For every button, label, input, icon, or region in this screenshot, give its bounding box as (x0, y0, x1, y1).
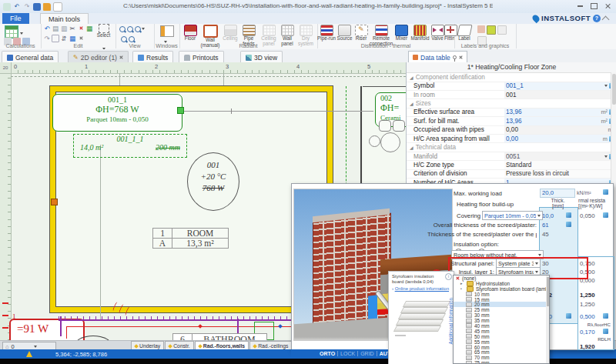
tab-3d-view[interactable]: 3D view (240, 51, 283, 63)
edit-icons-row1[interactable]: ↶ ▤ ▥ ✂ ▦ (43, 25, 93, 32)
open-icon[interactable] (43, 3, 51, 11)
redo-icon[interactable]: ↷ (23, 3, 31, 11)
hc-area-label[interactable]: 001_1_1 14,0 m² 200 mm (73, 134, 187, 158)
tab-main-tools[interactable]: Main tools (40, 13, 89, 25)
tree-item-size[interactable]: 30 mm (454, 312, 549, 318)
row-occupied[interactable]: Occupied area with pipes 0,00m² (407, 126, 616, 135)
row-bill-mat[interactable]: Surf. for bill mat. 13,96m² (407, 117, 616, 125)
windows-icon[interactable] (160, 25, 174, 37)
overall-thickness-value[interactable]: 61 (542, 222, 549, 229)
group-label-labels: Labels and graphics (454, 43, 516, 48)
new-file-icon[interactable] (53, 2, 62, 12)
row-in-room[interactable]: In room 001 (407, 91, 616, 99)
tree-item-size[interactable]: 45 mm (454, 329, 549, 334)
tree-item-size[interactable]: 10 mm (454, 292, 549, 297)
styrofoam-product-image (395, 299, 444, 339)
tree-item-size[interactable]: 20 mm (454, 302, 549, 307)
pin-icon[interactable] (453, 55, 457, 59)
undo-icon[interactable]: ↶ (13, 3, 21, 11)
plate-icon (466, 323, 472, 328)
tree-item-size[interactable]: 60 mm (454, 345, 549, 350)
radiator-label[interactable]: =91 W (9, 319, 85, 340)
collapse-ribbon-icon[interactable] (602, 15, 610, 23)
row-symbol[interactable]: Symbol 001_1 (407, 82, 616, 91)
close-button[interactable] (601, 0, 614, 12)
tab-2d-editor[interactable]: ✎ 2D editor (1) (68, 51, 129, 63)
tree-item-size[interactable]: 35 mm (454, 318, 549, 323)
tree-item-hydroinsulation[interactable]: ▸ Hydroinsulation (454, 281, 549, 286)
tree-item-size[interactable]: 25 mm (454, 307, 549, 312)
group-label-windows: Windows (154, 43, 179, 48)
warning-icon[interactable] (26, 351, 32, 357)
tree-item-size[interactable]: 15 mm (454, 297, 549, 302)
minimize-button[interactable] (573, 0, 587, 12)
zoom-icons-row2[interactable] (120, 35, 136, 43)
fixture-drain (369, 135, 380, 147)
app-icon[interactable] (3, 3, 11, 11)
database-icon (566, 212, 571, 218)
row-manifold[interactable]: Manifold 0051 (407, 152, 616, 161)
tab-results[interactable]: Results (132, 51, 173, 63)
close-panel-icon[interactable] (459, 55, 463, 59)
row-criterion[interactable]: Criterion of division Pressure loss in c… (407, 170, 616, 179)
ceiling-icon (224, 25, 237, 36)
zoom-window-icon (121, 36, 127, 42)
tree-item-size[interactable]: 75 mm (454, 360, 549, 364)
row-effective-area[interactable]: Effective surface area 13,96m² (407, 109, 616, 117)
ceiling-resistance[interactable]: 0,500 (580, 313, 595, 320)
label-icon (457, 25, 472, 36)
calc-dropdown-icon[interactable] (20, 28, 23, 36)
mode-lock[interactable]: LOCK (338, 351, 358, 356)
row-zone-type[interactable]: H/C Zone type Standard (407, 161, 616, 169)
tree-item-styrofoam[interactable]: • Styrofoam insulation board (lambda 0,0… (454, 286, 549, 292)
tree-scrollbar[interactable] (546, 276, 549, 363)
section-technical[interactable]: ◢Technical data (407, 143, 616, 152)
tree-item-size[interactable]: 70 mm (454, 355, 549, 360)
zoom-icons-row1[interactable] (119, 25, 145, 33)
plate-icon (466, 350, 472, 355)
close-tab-icon[interactable] (119, 55, 123, 59)
tree-item-size[interactable]: 65 mm (454, 349, 549, 355)
maximize-button[interactable] (587, 0, 601, 12)
tab-file[interactable]: File (2, 13, 29, 24)
product-link[interactable]: › Online product information (392, 286, 450, 291)
folder-icon (467, 286, 474, 292)
mode-orto[interactable]: ORTO (317, 351, 338, 356)
bathroom-label[interactable]: 6 BATHROOM (172, 333, 267, 340)
plate-icon (466, 361, 472, 364)
tree-item-none[interactable]: (none) (454, 276, 549, 281)
zone-label-handle[interactable] (177, 107, 184, 114)
wall-handle[interactable] (51, 199, 58, 205)
tab-general-data[interactable]: General data (2, 51, 59, 63)
section-identification[interactable]: ◢Component identification (407, 73, 616, 82)
room-001-table-label[interactable]: 1 ROOM A 13,3 m² (152, 228, 229, 249)
save-icon[interactable] (33, 3, 41, 11)
help-icon[interactable]: ? (593, 15, 601, 22)
tree-item-size[interactable]: 55 mm (454, 339, 549, 345)
zone-001-1-label[interactable]: 001_1 ΦH=768 W Parquet 10mm - 0,050 (52, 94, 182, 132)
covering-thickness[interactable]: 10,0 (542, 212, 554, 219)
ruler-mark-red (2, 302, 8, 304)
tree-item-size[interactable]: 50 mm (454, 334, 549, 339)
tab-printouts[interactable]: Printouts (179, 51, 224, 63)
covering-dropdown[interactable]: Parquet 10mm - 0,050 (482, 211, 543, 220)
none-icon (456, 276, 460, 280)
brand-logo: INSTALSOFT ? (533, 14, 608, 22)
r-total-value: 1,920 (580, 343, 595, 350)
r-floor-value[interactable]: 0,170 (580, 329, 595, 336)
product-title: Styrofoam insulation board (lambda 0,04) (392, 274, 446, 285)
section-sizes[interactable]: ◢Sizes (407, 99, 616, 109)
room-001-circle-label[interactable]: 001 +20 °C 768 W (187, 152, 239, 211)
mode-grid[interactable]: GRID (358, 351, 377, 356)
max-load-input[interactable]: 20,0 (540, 189, 575, 198)
pencil-icon: ✎ (73, 54, 79, 61)
tree-item-size[interactable]: 40 mm (454, 323, 549, 329)
calculations-icon[interactable] (5, 25, 18, 38)
tab-data-table[interactable]: Data table (408, 51, 467, 63)
edit-icons-row2[interactable]: ↷ ⇵ ▦ (43, 35, 85, 42)
row-spacing[interactable]: H/C Area spacing from wall 0,00m (407, 135, 616, 143)
plate-icon (466, 302, 472, 307)
cursor-coordinates: 5,364; -2,585; 8,786 (55, 351, 107, 358)
info-icon[interactable]: i (445, 273, 452, 280)
database-icon (566, 313, 571, 319)
